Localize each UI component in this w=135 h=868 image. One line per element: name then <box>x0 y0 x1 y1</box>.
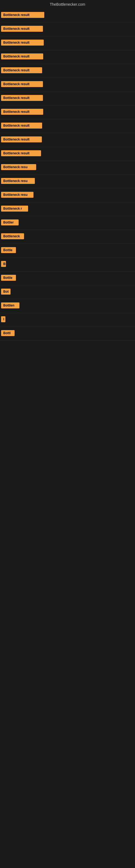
result-row: Bottleneck result <box>0 147 135 161</box>
bottleneck-badge[interactable]: Bottleneck r <box>1 206 28 212</box>
bottleneck-badge[interactable]: Bottleneck result <box>1 95 43 101</box>
result-row: Bottleneck r <box>0 203 135 216</box>
result-row: Bottleneck result <box>0 105 135 119</box>
bottleneck-badge[interactable]: Bottleneck result <box>1 26 43 32</box>
result-row: Bottleneck result <box>0 23 135 36</box>
result-row: Bottleneck result <box>0 119 135 133</box>
result-row: Bottleneck <box>0 230 135 244</box>
result-row: Bottleneck result <box>0 78 135 92</box>
bottleneck-badge[interactable]: Bottleneck result <box>1 123 42 129</box>
result-row: I <box>0 313 135 327</box>
result-row: Bottleneck resu <box>0 188 135 203</box>
bottleneck-badge[interactable]: Bottleneck result <box>1 150 41 156</box>
bottleneck-badge[interactable]: Bottleneck result <box>1 109 43 115</box>
result-row: Bottle <box>0 244 135 258</box>
bottleneck-badge[interactable]: Bottl <box>1 330 14 336</box>
result-row: Bottleneck result <box>0 50 135 64</box>
result-row: Bottle <box>0 272 135 285</box>
bottleneck-badge[interactable]: Bottleneck result <box>1 12 44 18</box>
bottleneck-badge[interactable]: Bottleneck result <box>1 67 42 73</box>
result-row: Bottl <box>0 327 135 341</box>
bottleneck-badge[interactable]: Bottle <box>1 275 16 281</box>
bottleneck-badge[interactable]: B <box>1 261 6 267</box>
result-row: Bottler <box>0 216 135 230</box>
bottleneck-badge[interactable]: Bottle <box>1 247 16 253</box>
result-row: B <box>0 258 135 272</box>
result-row: Bottleneck result <box>0 64 135 78</box>
result-row: Bottleneck result <box>0 9 135 23</box>
result-row: Bot <box>0 285 135 299</box>
bottleneck-badge[interactable]: Bottleneck result <box>1 136 42 143</box>
result-row: Bottlen <box>0 299 135 313</box>
bottleneck-badge[interactable]: Bottleneck <box>1 233 24 239</box>
bottleneck-badge[interactable]: Bottleneck result <box>1 40 44 45</box>
bottleneck-badge[interactable]: Bottler <box>1 219 18 225</box>
result-row: Bottleneck result <box>0 133 135 147</box>
bottleneck-badge[interactable]: Bottleneck resu <box>1 178 35 184</box>
bottleneck-badge[interactable]: I <box>1 316 5 322</box>
result-row: Bottleneck resu <box>0 175 135 188</box>
bottleneck-badge[interactable]: Bottlen <box>1 303 19 308</box>
result-row: Bottleneck result <box>0 36 135 50</box>
bottleneck-badge[interactable]: Bottleneck result <box>1 54 43 59</box>
site-title: TheBottlenecker.com <box>0 0 135 9</box>
bottleneck-badge[interactable]: Bottleneck result <box>1 81 43 87</box>
bottleneck-badge[interactable]: Bottleneck resu <box>1 192 34 198</box>
results-container: Bottleneck resultBottleneck resultBottle… <box>0 9 135 341</box>
result-row: Bottleneck resu <box>0 161 135 175</box>
result-row: Bottleneck result <box>0 92 135 105</box>
bottleneck-badge[interactable]: Bottleneck resu <box>1 164 36 170</box>
bottleneck-badge[interactable]: Bot <box>1 289 10 294</box>
